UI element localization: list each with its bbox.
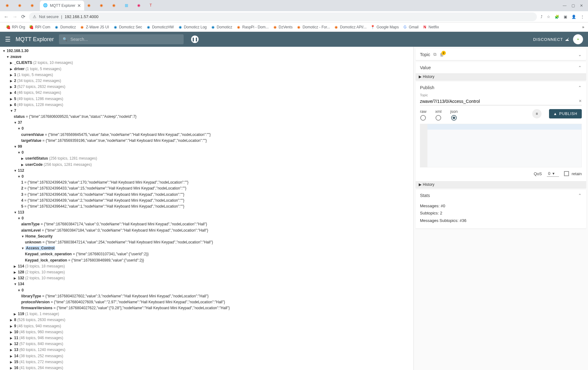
tree-row[interactable]: firmwareVersions = {"time":1676804027622… (2, 305, 411, 311)
tree-row[interactable]: ▶ userIdStatus (256 topics, 1281 message… (2, 156, 411, 161)
menu-icon[interactable]: ☰ (5, 36, 11, 43)
tree-toggle-icon[interactable]: ▶ (10, 324, 13, 329)
tree-row[interactable]: ▶ 1 (1 topic, 5 messages) (2, 72, 411, 78)
copy-icon[interactable]: ⧉ (433, 52, 436, 57)
tree-toggle-icon[interactable]: ▶ (10, 348, 13, 353)
tree-row[interactable]: Keypad_lock_operation = {"time":16768038… (2, 257, 411, 263)
tree-row[interactable]: currentValue = {"time":1676569845475,"va… (2, 132, 411, 138)
browser-tab[interactable]: 🌐MQTT Explorer✕ (40, 1, 84, 11)
bookmark-item[interactable]: ◉Domoticz - For... (294, 24, 332, 30)
tree-toggle-icon[interactable]: ▼ (6, 55, 9, 60)
browser-reload-button[interactable]: ⟳ (21, 14, 25, 20)
tree-row[interactable]: ▶ 119 (1 topic, 1 message) (2, 311, 411, 317)
publish-topic-input[interactable] (420, 98, 582, 105)
tree-toggle-icon[interactable]: ▶ (14, 264, 17, 269)
browser-tab[interactable]: T (147, 1, 159, 11)
tree-toggle-icon[interactable]: ▶ (10, 330, 13, 335)
tree-row[interactable]: ▶ 10 (46 topics, 960 messages) (2, 329, 411, 335)
tree-toggle-icon[interactable]: ▶ (10, 84, 13, 89)
qos-select[interactable]: 0 ▾ (547, 171, 559, 177)
tree-row[interactable]: 3 = {"time":1676324396436,"value":0,"nod… (2, 192, 411, 198)
search-input[interactable] (70, 37, 180, 42)
tree-toggle-icon[interactable]: ▶ (14, 276, 17, 281)
tree-toggle-icon[interactable]: ▼ (17, 150, 21, 155)
tree-row[interactable]: ▼ 99 (2, 144, 411, 150)
tree-row[interactable]: unknown = {"time":1676803847214,"value":… (2, 239, 411, 245)
tree-toggle-icon[interactable]: ▶ (14, 312, 17, 317)
tree-row[interactable]: ▶ 4 (46 topics, 942 messages) (2, 90, 411, 96)
browser-tab[interactable]: ◉ (84, 1, 97, 11)
bookmark-item[interactable]: ◉Z-Wave JS UI (78, 24, 111, 30)
publish-button[interactable]: ▲ PUBLISH (549, 109, 582, 118)
tree-toggle-icon[interactable]: ▶ (14, 270, 17, 275)
tree-toggle-icon[interactable]: ▼ (14, 282, 17, 287)
radio-raw[interactable] (420, 115, 426, 121)
tree-toggle-icon[interactable]: ▼ (17, 216, 21, 221)
bookmark-item[interactable]: GGmail (401, 24, 420, 30)
bookmark-item[interactable]: 🍓RPi Org (4, 24, 27, 30)
stats-section-header[interactable]: Stats ⌃ (416, 190, 586, 201)
tree-row[interactable]: ▼ 7 (2, 108, 411, 114)
tree-row[interactable]: 2 = {"time":1676324396433,"value":15,"no… (2, 185, 411, 191)
user-avatar[interactable]: ⚭ (573, 34, 583, 44)
tree-toggle-icon[interactable]: ▶ (10, 103, 13, 108)
tree-row[interactable]: ▶ driver (1 topic, 5 messages) (2, 66, 411, 72)
topic-tree[interactable]: ▼ 192.168.1.30▼ zwave▶ _CLIENTS (2 topic… (0, 47, 413, 370)
bookmark-item[interactable]: 📍Google Maps (369, 24, 401, 30)
tree-row[interactable]: ▼ Home_Security (2, 233, 411, 239)
tree-toggle-icon[interactable]: ▶ (10, 354, 13, 359)
format-xml[interactable]: xml (435, 109, 441, 121)
topic-section-header[interactable]: Topic ⧉ 🗑 2 ⌄ (416, 49, 586, 60)
publish-history-row[interactable]: ▶ History (416, 181, 586, 188)
tree-toggle-icon[interactable]: ▼ (14, 144, 17, 149)
tree-row[interactable]: ▼ 0 (2, 287, 411, 293)
publish-section-header[interactable]: Publish ⌃ (416, 82, 586, 93)
tree-row[interactable]: ▶ 15 (41 topics, 272 messages) (2, 359, 411, 365)
tree-toggle-icon[interactable]: ▶ (10, 360, 13, 365)
tree-toggle-icon[interactable]: ▶ (21, 162, 24, 167)
browser-tab[interactable]: ▦ (122, 1, 134, 11)
retain-option[interactable]: retain (564, 171, 582, 176)
share-icon[interactable]: ⤴ (541, 15, 542, 19)
bookmark-item[interactable]: 🍓RPI Com (27, 24, 52, 30)
window-close-icon[interactable]: ✕ (580, 3, 583, 8)
tree-row[interactable]: ▼ 37 (2, 120, 411, 126)
tree-row[interactable]: ▶ 6 (49 topics, 1228 messages) (2, 102, 411, 108)
browser-tab[interactable]: ◉ (109, 1, 122, 11)
bookmark-item[interactable]: ◉Domoticz Log (176, 24, 209, 30)
tree-toggle-icon[interactable]: ▶ (10, 97, 13, 102)
tree-row[interactable]: alarmLevel = {"time":1676803847184,"valu… (2, 228, 411, 233)
tree-row[interactable]: 5 = {"time":1676324396442,"value":1,"nod… (2, 204, 411, 209)
tree-row[interactable]: Keypad_unlock_operation = {"time":167680… (2, 251, 411, 257)
bookmark-item[interactable]: ◉DzVents (271, 24, 295, 30)
profile-icon[interactable]: 👤 (571, 15, 576, 19)
tree-toggle-icon[interactable]: ▶ (10, 79, 13, 84)
browser-tab[interactable]: ◉ (27, 1, 40, 11)
tree-toggle-icon[interactable]: ▼ (21, 234, 24, 239)
bookmark-item[interactable]: ◉RaspPi - Dom... (234, 24, 271, 30)
tree-row[interactable]: ▶ userCode (256 topics, 1281 messages) (2, 162, 411, 168)
tree-row[interactable]: protocolVersion = {"time":1676804027609,… (2, 299, 411, 305)
format-json[interactable]: json (450, 109, 458, 121)
tree-toggle-icon[interactable]: ▼ (17, 288, 21, 293)
search-box[interactable]: 🔍 (59, 34, 184, 44)
tree-row[interactable]: ▼ 0 (2, 174, 411, 180)
browser-tab[interactable]: ◉ (97, 1, 109, 11)
tree-toggle-icon[interactable]: ▼ (14, 210, 17, 215)
tree-toggle-icon[interactable]: ▶ (21, 156, 24, 161)
tree-row[interactable]: targetValue = {"time":1676569359196,"val… (2, 138, 411, 144)
tree-row[interactable]: ▶ 12 (57 topics, 840 messages) (2, 341, 411, 347)
tree-row[interactable]: ▶ 3 (527 topics, 2632 messages) (2, 84, 411, 90)
tree-row[interactable]: ▶ 5 (49 topics, 1286 messages) (2, 96, 411, 102)
tree-row[interactable]: libraryType = {"time":1676804027602,"val… (2, 293, 411, 299)
tree-row[interactable]: ▼ 192.168.1.30 (2, 48, 411, 54)
tree-row[interactable]: ▶ 132 (2 topics, 10 messages) (2, 275, 411, 281)
extensions-icon[interactable]: 🧩 (555, 15, 559, 19)
tree-toggle-icon[interactable]: ▼ (17, 126, 21, 131)
browser-back-button[interactable]: ← (4, 14, 9, 20)
tree-toggle-icon[interactable]: ▶ (10, 60, 13, 65)
tree-row[interactable]: alarmType = {"time":1676803847174,"value… (2, 221, 411, 227)
bookmark-item[interactable]: ◉Domoticz (52, 24, 78, 30)
tab-close-icon[interactable]: ✕ (77, 3, 81, 8)
tree-row[interactable]: ▶ 128 (2 topics, 10 messages) (2, 269, 411, 275)
